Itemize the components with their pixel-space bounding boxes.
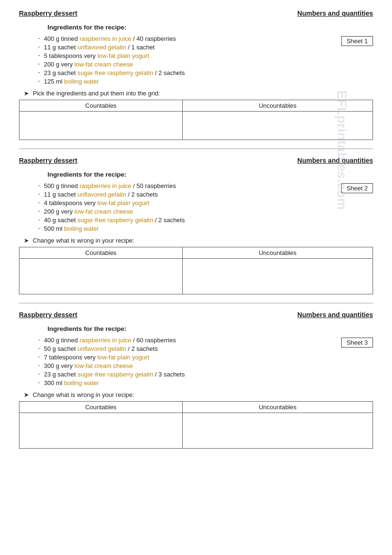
sheet-2-section: Raspberry dessert Numbers and quantities… bbox=[19, 157, 373, 294]
col-countables: Countables bbox=[19, 402, 183, 413]
ingredient-text: 500 g tinned raspberries in juice / 50 r… bbox=[44, 182, 176, 189]
list-item: · 23 g sachet sugar-free raspberry gelat… bbox=[38, 370, 373, 378]
ingredient-text: 400 g tinned raspberries in juice / 60 r… bbox=[44, 337, 176, 344]
ingredient-text: 200 g very low-fat cream cheese bbox=[44, 208, 133, 215]
list-item: · 11 g sachet unflavored gelatin / 1 sac… bbox=[38, 43, 373, 51]
list-item: · 7 tablespoons very low-fat plain yogur… bbox=[38, 353, 373, 361]
ingredient-text: 50 g sachet unflavored gelatin / 2 sache… bbox=[44, 345, 158, 352]
list-item: · 500 ml boiling water bbox=[38, 225, 373, 232]
list-item: · 4 tablespoons very low-fat plain yogur… bbox=[38, 199, 373, 207]
sheet-1-grid: Countables Uncountables bbox=[19, 100, 373, 140]
colored-text: raspberries in juice bbox=[80, 35, 131, 42]
sheet-1-ingredients-list: · 400 g tinned raspberries in juice / 40… bbox=[38, 35, 373, 85]
ingredient-text: 300 g very low-fat cream cheese bbox=[44, 362, 133, 369]
col-countables: Countables bbox=[19, 247, 183, 259]
list-item: · 300 g very low-fat cream cheese bbox=[38, 362, 373, 369]
sheet-3-instruction: Change what is wrong in your recipe: bbox=[33, 391, 134, 398]
arrow-icon: ➤ bbox=[24, 237, 29, 244]
colored-text: sugar-free raspberry gelatin bbox=[77, 371, 153, 378]
sheet-1-title-right: Numbers and quantities bbox=[298, 9, 373, 17]
ingredient-text: 4 tablespoons very low-fat plain yogurt bbox=[44, 199, 149, 207]
arrow-icon: ➤ bbox=[24, 391, 29, 398]
list-item: · 5 tablespoons very low-fat plain yogur… bbox=[38, 52, 373, 59]
uncountables-cell[interactable] bbox=[182, 112, 373, 140]
list-item: · 40 g sachet sugar-free raspberry gelat… bbox=[38, 216, 373, 224]
list-item: · 200 g very low-fat cream cheese bbox=[38, 60, 373, 68]
bullet-icon: · bbox=[38, 345, 40, 352]
list-item: · 400 g tinned raspberries in juice / 60… bbox=[38, 336, 373, 344]
bullet-icon: · bbox=[38, 43, 40, 51]
ingredient-text: 400 g tinned raspberries in juice / 40 r… bbox=[44, 35, 176, 42]
list-item: · 50 g sachet unflavored gelatin / 2 sac… bbox=[38, 345, 373, 352]
list-item: · 125 ml boiling water bbox=[38, 77, 373, 85]
sheet-1-title-left: Raspberry dessert bbox=[19, 9, 77, 17]
sheet-1-ingredients-title: Ingredients for the recipe: bbox=[47, 24, 373, 31]
countables-cell[interactable] bbox=[19, 413, 183, 449]
ingredient-text: 11 g sachet unflavored gelatin / 1 sache… bbox=[44, 44, 154, 51]
bullet-icon: · bbox=[38, 225, 40, 232]
col-uncountables: Uncountables bbox=[182, 100, 373, 112]
list-item: · 500 g tinned raspberries in juice / 50… bbox=[38, 182, 373, 189]
sheet-1-header: Raspberry dessert Numbers and quantities bbox=[19, 9, 373, 17]
ingredient-text: 200 g very low-fat cream cheese bbox=[44, 61, 133, 68]
sheet-3-ingredients-title: Ingredients for the recipe: bbox=[47, 325, 373, 332]
colored-text: unflavored gelatin bbox=[77, 44, 126, 51]
sheet-2-instruction-row: ➤ Change what is wrong in your recipe: bbox=[24, 237, 373, 244]
bullet-icon: · bbox=[38, 69, 40, 76]
ingredient-text: 300 ml boiling water bbox=[44, 379, 99, 386]
bullet-icon: · bbox=[38, 216, 40, 224]
bullet-icon: · bbox=[38, 199, 40, 207]
uncountables-cell[interactable] bbox=[182, 413, 373, 449]
list-item: · 11 g sachet unflavored gelatin / 2 sac… bbox=[38, 190, 373, 198]
colored-text: low-fat plain yogurt bbox=[97, 354, 149, 361]
countables-cell[interactable] bbox=[19, 259, 183, 294]
sheet-3-instruction-row: ➤ Change what is wrong in your recipe: bbox=[24, 391, 373, 398]
ingredient-text: 125 ml boiling water bbox=[44, 78, 99, 85]
sheet-3-title-right: Numbers and quantities bbox=[298, 311, 373, 319]
sheet-3-ingredients-list: · 400 g tinned raspberries in juice / 60… bbox=[38, 336, 373, 386]
arrow-icon: ➤ bbox=[24, 90, 29, 97]
bullet-icon: · bbox=[38, 362, 40, 369]
bullet-icon: · bbox=[38, 35, 40, 42]
bullet-icon: · bbox=[38, 182, 40, 189]
colored-text: low-fat cream cheese bbox=[75, 362, 133, 369]
colored-text: raspberries in juice bbox=[80, 337, 131, 344]
sheet-3-header: Raspberry dessert Numbers and quantities bbox=[19, 311, 373, 319]
colored-text: boiling water bbox=[64, 78, 99, 85]
colored-text: low-fat plain yogurt bbox=[97, 52, 149, 59]
bullet-icon: · bbox=[38, 370, 40, 378]
list-item: · 300 ml boiling water bbox=[38, 379, 373, 386]
list-item: · 23 g sachet sugar-free raspberry gelat… bbox=[38, 69, 373, 76]
sheet-2-ingredients-list: · 500 g tinned raspberries in juice / 50… bbox=[38, 182, 373, 232]
sheet-2-badge: Sheet 2 bbox=[341, 183, 373, 193]
sheet-2-instruction: Change what is wrong in your recipe: bbox=[33, 237, 134, 244]
ingredient-text: 500 ml boiling water bbox=[44, 225, 99, 232]
sheet-3-section: Raspberry dessert Numbers and quantities… bbox=[19, 311, 373, 449]
ingredient-text: 7 tablespoons very low-fat plain yogurt bbox=[44, 354, 149, 361]
ingredient-text: 5 tablespoons very low-fat plain yogurt bbox=[44, 52, 149, 59]
list-item: · 400 g tinned raspberries in juice / 40… bbox=[38, 35, 373, 42]
bullet-icon: · bbox=[38, 190, 40, 198]
bullet-icon: · bbox=[38, 353, 40, 361]
col-uncountables: Uncountables bbox=[182, 402, 373, 413]
ingredient-text: 23 g sachet sugar-free raspberry gelatin… bbox=[44, 69, 185, 76]
sheet-1-instruction-row: ➤ Pick the ingredients and put them into… bbox=[24, 90, 373, 97]
sheet-2-title-right: Numbers and quantities bbox=[298, 157, 373, 164]
sheet-1-section: Raspberry dessert Numbers and quantities… bbox=[19, 9, 373, 140]
sheet-3-title-left: Raspberry dessert bbox=[19, 311, 77, 319]
colored-text: sugar-free raspberry gelatin bbox=[77, 216, 153, 224]
colored-text: low-fat cream cheese bbox=[75, 61, 133, 68]
sheet-1-badge: Sheet 1 bbox=[341, 36, 373, 46]
colored-text: low-fat cream cheese bbox=[75, 208, 133, 215]
colored-text: unflavored gelatin bbox=[77, 345, 126, 352]
divider-1 bbox=[19, 149, 373, 149]
ingredient-text: 40 g sachet sugar-free raspberry gelatin… bbox=[44, 216, 185, 224]
bullet-icon: · bbox=[38, 336, 40, 344]
sheet-3-grid: Countables Uncountables bbox=[19, 401, 373, 449]
ingredient-text: 11 g sachet unflavored gelatin / 2 sache… bbox=[44, 191, 158, 198]
colored-text: boiling water bbox=[64, 379, 99, 386]
uncountables-cell[interactable] bbox=[182, 259, 373, 294]
bullet-icon: · bbox=[38, 379, 40, 386]
countables-cell[interactable] bbox=[19, 112, 183, 140]
colored-text: low-fat plain yogurt bbox=[97, 199, 149, 207]
